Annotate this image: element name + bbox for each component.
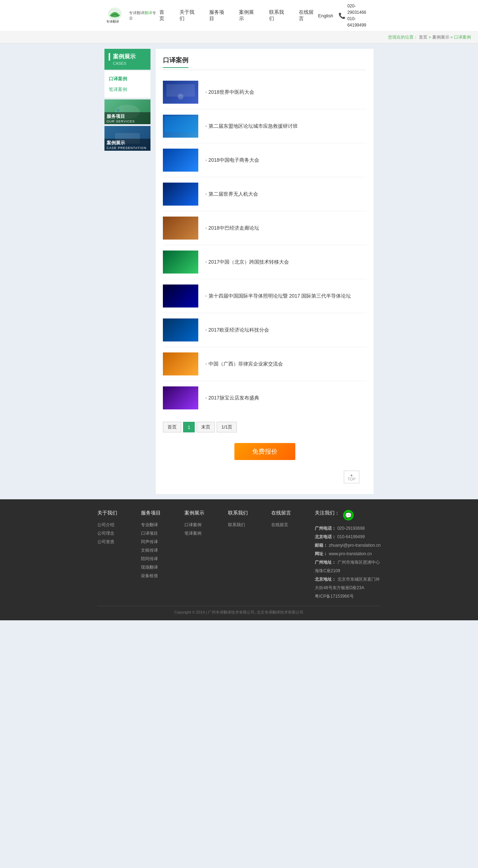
footer-gz-addr: 广州地址： 广州市海珠区琶洲中心海珠C座2109 (315, 558, 381, 575)
sidebar-cases-header: 案例展示 CASES (104, 49, 150, 70)
case-thumbnail (163, 251, 198, 274)
nav-contact[interactable]: 联系我们 (269, 9, 288, 22)
sidebar-banner-services[interactable]: 👥 服务项目 OUR SERVICES (104, 99, 150, 124)
case-item[interactable]: 第十四届中国国际半导体照明论坛暨 2017 国际第三代半导体论坛 (163, 279, 366, 313)
case-name: 第二届世界无人机大会 (205, 191, 258, 197)
svg-rect-10 (163, 149, 198, 172)
footer-service-1[interactable]: 专业翻译 (141, 521, 174, 529)
pagination: 首页 1 末页 1/1页 (163, 422, 366, 432)
footer-about: 关于我们 公司介绍 公司理念 公司资质 (97, 510, 130, 600)
case-item[interactable]: 2017脉宝云店发布盛典 (163, 381, 366, 415)
case-thumb-image (163, 386, 198, 409)
svg-text:专译翻译: 专译翻译 (106, 20, 119, 23)
breadcrumb-home[interactable]: 首页 (419, 35, 427, 40)
sidebar-cases-title: 案例展示 (109, 53, 146, 61)
case-thumb-image (163, 318, 198, 341)
wechat-icon: 💬 (343, 510, 354, 521)
nav-home[interactable]: 首页 (159, 9, 169, 22)
case-name: 2017欧亚经济论坛科技分会 (205, 327, 269, 333)
footer-service-5[interactable]: 陪同传译 (141, 554, 174, 563)
case-thumb-image (163, 81, 198, 104)
case-item[interactable]: 2017欧亚经济论坛科技分会 (163, 313, 366, 347)
nav-cases[interactable]: 案例展示 (239, 9, 258, 22)
footer-company-concept[interactable]: 公司理念 (97, 529, 130, 538)
footer-contact-col: 联系我们 联系我们 (228, 510, 261, 600)
svg-rect-11 (163, 183, 198, 206)
footer-cases-trans[interactable]: 笔译案例 (184, 529, 217, 538)
footer-company-qual[interactable]: 公司资质 (97, 538, 130, 546)
footer-service-6[interactable]: 现场翻译 (141, 563, 174, 571)
case-thumbnail (163, 217, 198, 240)
footer-company-intro[interactable]: 公司介绍 (97, 521, 130, 529)
breadcrumb-sep1: » (429, 35, 432, 40)
case-item[interactable]: 2018中巴经济走廊论坛 (163, 211, 366, 245)
footer-contact-info: 关注我们： 💬 广州电话： 020-29193698 北京电话： 010-641… (315, 510, 381, 600)
main-wrapper: 案例展示 CASES 口译案例 笔译案例 👥 服务项目 OUR SERVICES… (97, 44, 381, 499)
back-to-top-button[interactable]: ▲ TOP (344, 471, 359, 483)
case-item[interactable]: 2018世界中医药大会 (163, 75, 366, 109)
case-thumb-image (163, 284, 198, 307)
footer-bj-addr: 北京地址： 北京市东城区东直门外大街48号东方银座D座23A (315, 575, 381, 592)
page-total[interactable]: 1/1页 (217, 422, 237, 432)
breadcrumb-prefix: 您现在的位置： (388, 35, 418, 40)
footer-service-4[interactable]: 文稿传译 (141, 546, 174, 554)
footer-copyright: Copyright © 2014 | 广州专译翻译技术有限公司, 北京专译翻译技… (97, 606, 381, 615)
case-item[interactable]: 中国（广西）菲律宾企业家交流会 (163, 347, 366, 381)
footer-bj-phone-label: 北京电话： (315, 534, 336, 539)
breadcrumb-sep2: » (450, 35, 454, 40)
footer-cases-interp[interactable]: 口译案例 (184, 521, 217, 529)
page-current[interactable]: 1 (183, 422, 195, 432)
nav-message[interactable]: 在线留言 (299, 9, 318, 22)
case-thumb-image (163, 217, 198, 240)
case-list: 2018世界中医药大会 第二届东盟地区论坛城市应急救援研讨班 (163, 75, 366, 415)
footer-content: 关于我们 公司介绍 公司理念 公司资质 服务项目 专业翻译 口译项目 同声传译 … (97, 510, 381, 600)
nav-about[interactable]: 关于我们 (180, 9, 199, 22)
language-switcher[interactable]: English (318, 13, 333, 18)
free-quote-button[interactable]: 免费报价 (234, 443, 295, 460)
case-item[interactable]: 2017中国（北京）跨国技术转移大会 (163, 245, 366, 279)
case-item[interactable]: 第二届东盟地区论坛城市应急救援研讨班 (163, 109, 366, 143)
phone-2: 010-64199499 (347, 16, 374, 28)
breadcrumb-current: 口译案例 (454, 35, 471, 40)
sidebar-link-translation[interactable]: 笔译案例 (109, 84, 146, 95)
footer-email-val: zhuanyi@pro-translation.cn (329, 543, 381, 548)
case-thumb-image (163, 352, 198, 375)
case-name: 第二届东盟地区论坛城市应急救援研讨班 (205, 123, 298, 130)
case-name: 中国（广西）菲律宾企业家交流会 (205, 361, 283, 367)
case-thumbnail (163, 284, 198, 307)
main-content: 口译案例 2018世界中医药大会 (156, 49, 374, 494)
footer-message-link[interactable]: 在线留言 (271, 521, 304, 529)
footer-follow-title: 关注我们： (315, 510, 340, 516)
title-divider (163, 70, 366, 70)
sidebar-banner-cases[interactable]: 案例展示 CASE PRESENTATION (104, 126, 150, 151)
footer-services: 服务项目 专业翻译 口译项目 同声传译 文稿传译 陪同传译 现场翻译 设备租借 (141, 510, 174, 600)
case-name: 第十四届中国国际半导体照明论坛暨 2017 国际第三代半导体论坛 (205, 293, 351, 299)
phone-numbers: 020-29031466 010-64199499 (347, 3, 374, 28)
footer-contact-link[interactable]: 联系我们 (228, 521, 261, 529)
case-thumbnail (163, 81, 198, 104)
page-title: 口译案例 (163, 56, 188, 68)
footer-service-7[interactable]: 设备租借 (141, 571, 174, 580)
footer: 关于我们 公司介绍 公司理念 公司资质 服务项目 专业翻译 口译项目 同声传译 … (0, 499, 478, 620)
footer-cases-title: 案例展示 (184, 510, 217, 516)
phone-1: 020-29031466 (347, 3, 374, 16)
sidebar-link-interpretation[interactable]: 口译案例 (109, 74, 146, 84)
case-thumbnail (163, 149, 198, 172)
case-thumb-image (163, 115, 198, 138)
svg-text:👥: 👥 (117, 108, 120, 111)
footer-gz-phone-label: 广州电话： (315, 526, 336, 531)
footer-message-title: 在线留言 (271, 510, 304, 516)
nav-services[interactable]: 服务项目 (209, 9, 228, 22)
page-last[interactable]: 末页 (197, 422, 215, 432)
page-first[interactable]: 首页 (163, 422, 181, 432)
logo[interactable]: 专译翻译 专译翻译翻译专业 (104, 7, 159, 24)
case-item[interactable]: 2018中国电子商务大会 (163, 143, 366, 177)
footer-services-title: 服务项目 (141, 510, 174, 516)
breadcrumb-cases[interactable]: 案例展示 (432, 35, 449, 40)
footer-service-2[interactable]: 口译项目 (141, 529, 174, 538)
footer-service-3[interactable]: 同声传译 (141, 538, 174, 546)
footer-gz-addr-label: 广州地址： (315, 560, 336, 565)
case-item[interactable]: 第二届世界无人机大会 (163, 177, 366, 211)
case-thumbnail (163, 115, 198, 138)
footer-icp: 粤ICP备17153966号 (315, 592, 381, 600)
